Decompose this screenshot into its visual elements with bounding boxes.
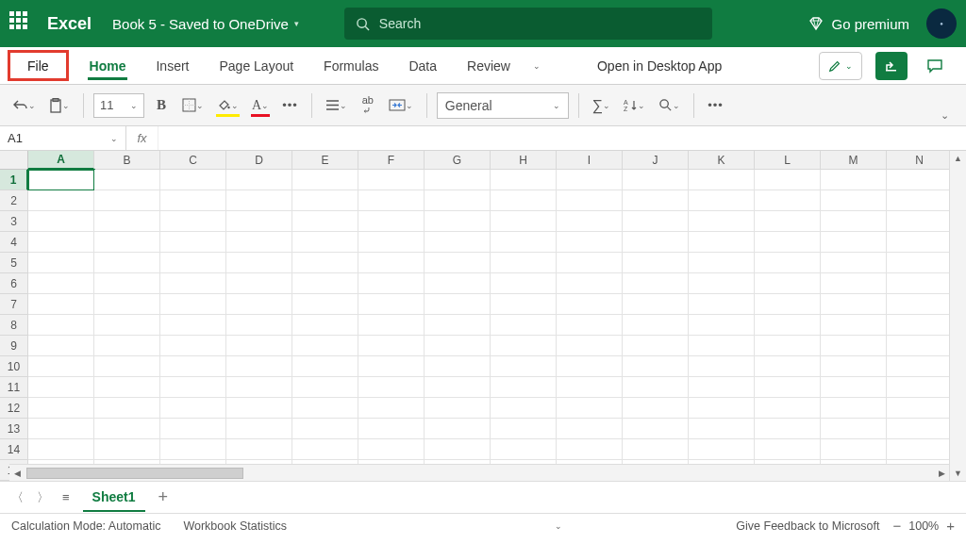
tab-home[interactable]: Home [75,47,142,84]
cell[interactable] [755,336,821,356]
feedback-link[interactable]: Give Feedback to Microsoft [736,519,879,533]
cell[interactable] [689,294,755,315]
cell[interactable] [292,356,358,377]
cell[interactable] [28,273,94,294]
cell[interactable] [358,336,425,356]
cell[interactable] [557,356,623,377]
user-avatar[interactable]: ● [926,8,957,39]
cell[interactable] [226,398,292,419]
cell[interactable] [557,398,623,419]
column-header[interactable]: A [28,151,94,170]
cell[interactable] [425,211,491,232]
row-header[interactable]: 11 [0,377,28,398]
cell[interactable] [292,211,358,232]
row-header[interactable]: 6 [0,273,28,294]
sheet-nav-next[interactable]: 〉 [37,489,49,506]
cell[interactable] [226,232,292,253]
cell[interactable] [94,211,160,232]
column-header[interactable]: I [557,151,623,170]
cell[interactable] [160,315,226,336]
column-header[interactable]: E [292,151,358,170]
toolbar-overflow-button[interactable]: ••• [704,92,727,119]
row-header[interactable]: 14 [0,439,28,460]
sheet-tab-active[interactable]: Sheet1 [83,484,145,512]
cell[interactable] [557,253,623,273]
cell[interactable] [425,232,491,253]
cell[interactable] [821,294,887,315]
calc-mode-label[interactable]: Calculation Mode: Automatic [11,519,160,533]
cell[interactable] [887,273,953,294]
sheet-nav-prev[interactable]: 〈 [11,489,24,506]
column-header[interactable]: K [689,151,755,170]
cell[interactable] [160,232,226,253]
cell[interactable] [28,356,94,377]
cell[interactable] [425,273,491,294]
zoom-out-button[interactable]: − [892,518,901,534]
cell[interactable] [755,439,821,460]
cell[interactable] [28,190,94,211]
cell[interactable] [689,439,755,460]
cell[interactable] [160,253,226,273]
scroll-right-arrow[interactable]: ▶ [934,469,949,478]
cell[interactable] [94,356,160,377]
search-input[interactable] [379,16,701,31]
scroll-down-arrow[interactable]: ▼ [954,466,962,481]
vertical-scrollbar[interactable]: ▲ ▼ [949,151,966,481]
cell[interactable] [623,170,689,190]
cell[interactable] [491,419,557,439]
cell[interactable] [491,439,557,460]
tab-review[interactable]: Review [452,47,525,84]
status-dropdown[interactable]: ⌄ [555,521,562,531]
app-launcher-icon[interactable] [9,11,34,36]
cell[interactable] [821,170,887,190]
cell[interactable] [491,336,557,356]
cell[interactable] [623,315,689,336]
cell[interactable] [292,419,358,439]
cell[interactable] [491,190,557,211]
align-button[interactable]: ⌄ [322,92,351,119]
cell[interactable] [557,377,623,398]
cell[interactable] [94,439,160,460]
cell[interactable] [425,336,491,356]
cell[interactable] [292,190,358,211]
cell[interactable] [226,294,292,315]
cell[interactable] [821,253,887,273]
cell[interactable] [226,190,292,211]
collapse-ribbon-button[interactable]: ⌄ [933,106,957,125]
cell[interactable] [887,211,953,232]
tab-formulas[interactable]: Formulas [308,47,393,84]
cell[interactable] [755,232,821,253]
row-header[interactable]: 1 [0,170,28,190]
cell[interactable] [755,315,821,336]
cell[interactable] [557,419,623,439]
document-title[interactable]: Book 5 - Saved to OneDrive ▾ [112,16,299,32]
cell[interactable] [623,377,689,398]
fill-color-button[interactable]: ⌄ [213,92,242,119]
cell[interactable] [94,419,160,439]
cell[interactable] [292,170,358,190]
cell[interactable] [821,419,887,439]
select-all-corner[interactable] [0,151,28,170]
tab-overflow[interactable]: ⌄ [525,47,548,84]
cell[interactable] [160,398,226,419]
cell[interactable] [623,439,689,460]
formula-input[interactable] [158,126,966,150]
cell[interactable] [887,398,953,419]
cell[interactable] [689,232,755,253]
cell[interactable] [557,315,623,336]
cell[interactable] [689,273,755,294]
cell[interactable] [28,211,94,232]
cell[interactable] [94,190,160,211]
cell[interactable] [887,315,953,336]
cell[interactable] [821,439,887,460]
horizontal-scrollbar[interactable]: ◀ ▶ [9,464,949,481]
cell[interactable] [160,273,226,294]
merge-button[interactable]: ⌄ [385,92,417,119]
column-header[interactable]: N [887,151,953,170]
cell[interactable] [292,294,358,315]
paste-button[interactable]: ⌄ [45,92,74,119]
row-header[interactable]: 7 [0,294,28,315]
cell[interactable] [689,253,755,273]
cell[interactable] [28,294,94,315]
cell[interactable] [821,190,887,211]
